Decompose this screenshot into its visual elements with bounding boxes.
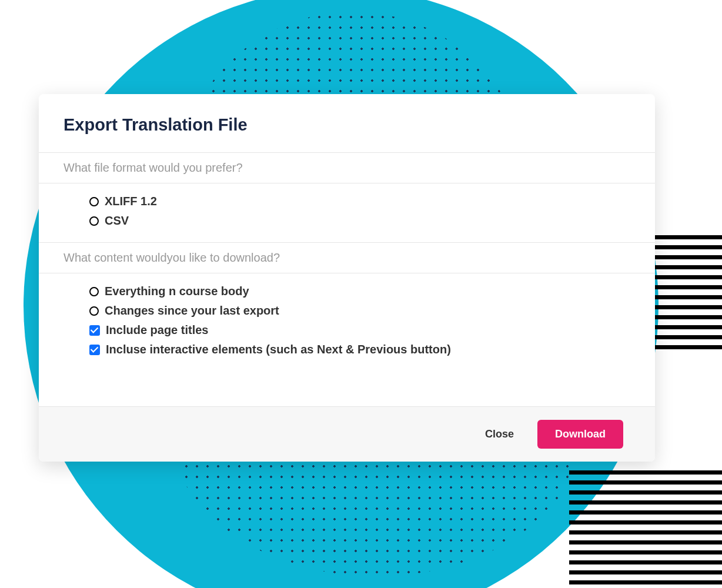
radio-option-csv[interactable]: CSV (89, 211, 630, 230)
radio-label: Everything n course body (105, 285, 249, 298)
checkbox-label: Incluse interactive elements (such as Ne… (106, 343, 451, 356)
checkbox-checked-icon[interactable] (89, 325, 100, 336)
radio-icon[interactable] (89, 197, 99, 206)
file-format-options: XLIFF 1.2 CSV (39, 183, 655, 242)
download-button[interactable]: Download (537, 420, 623, 449)
radio-icon[interactable] (89, 287, 99, 296)
radio-option-changes[interactable]: Changes since your last export (89, 301, 630, 320)
radio-label: XLIFF 1.2 (105, 195, 157, 208)
section-content-label: What content wouldyou like to download? (39, 242, 655, 273)
checkbox-checked-icon[interactable] (89, 345, 100, 355)
radio-label: CSV (105, 214, 129, 228)
dialog-title: Export Translation File (63, 115, 630, 135)
radio-option-xliff[interactable]: XLIFF 1.2 (89, 192, 630, 211)
section-file-format-label: What file format would you prefer? (39, 152, 655, 183)
checkbox-label: Include page titles (106, 323, 208, 337)
dialog-header: Export Translation File (39, 94, 655, 152)
stripe-pattern-bottom (569, 470, 722, 588)
content-options: Everything n course body Changes since y… (39, 273, 655, 371)
export-dialog: Export Translation File What file format… (39, 94, 655, 462)
radio-icon[interactable] (89, 306, 99, 316)
spacer (39, 371, 655, 406)
dialog-footer: Close Download (39, 406, 655, 462)
radio-icon[interactable] (89, 216, 99, 226)
radio-label: Changes since your last export (105, 304, 279, 318)
checkbox-option-interactive-elements[interactable]: Incluse interactive elements (such as Ne… (89, 340, 630, 359)
checkbox-option-page-titles[interactable]: Include page titles (89, 320, 630, 340)
close-button[interactable]: Close (485, 428, 514, 440)
radio-option-everything[interactable]: Everything n course body (89, 282, 630, 301)
